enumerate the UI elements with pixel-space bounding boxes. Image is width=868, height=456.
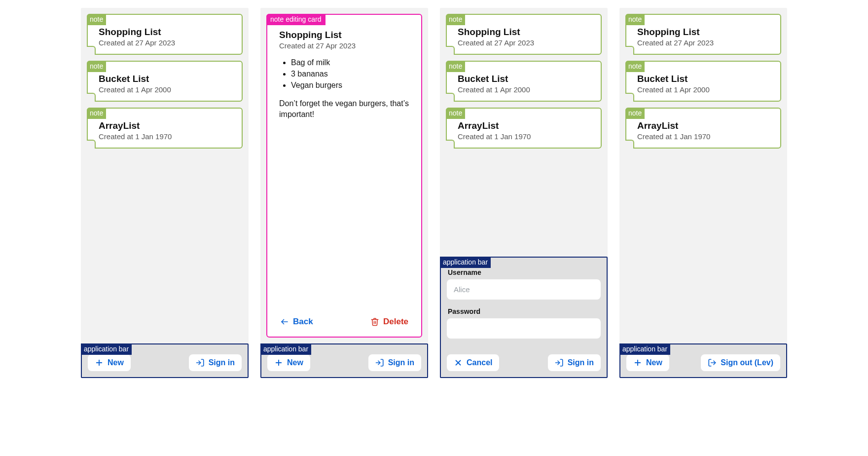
close-icon (454, 358, 463, 367)
list-item: Bag of milk (291, 57, 409, 68)
folded-corner (625, 46, 634, 55)
note-meta: Created at 1 Jan 1970 (458, 132, 590, 141)
signin-label: Sign in (388, 358, 414, 367)
editing-footnote: Don’t forget the vegan burgers, that’s i… (279, 98, 409, 120)
note-card[interactable]: note Shopping List Created at 27 Apr 202… (87, 14, 243, 55)
note-meta: Created at 27 Apr 2023 (99, 38, 231, 47)
new-label: New (108, 358, 124, 367)
folded-corner (446, 46, 455, 55)
signin-icon (555, 358, 564, 367)
arrow-left-icon (280, 317, 289, 326)
note-meta: Created at 1 Jan 1970 (99, 132, 231, 141)
note-card[interactable]: note Bucket List Created at 1 Apr 2000 (625, 61, 781, 102)
folded-corner (625, 140, 634, 149)
signout-icon (708, 358, 717, 367)
note-tag: note (446, 61, 465, 72)
editing-wrap: note editing card Shopping List Created … (260, 8, 428, 343)
note-card[interactable]: note ArrayList Created at 1 Jan 1970 (446, 108, 602, 149)
signout-button[interactable]: Sign out (Lev) (701, 354, 780, 371)
note-card[interactable]: note ArrayList Created at 1 Jan 1970 (87, 108, 243, 149)
signin-button[interactable]: Sign in (368, 354, 421, 371)
signin-label: Sign in (209, 358, 235, 367)
editing-title: Shopping List (279, 30, 409, 40)
signout-label: Sign out (Lev) (721, 358, 773, 367)
note-meta: Created at 1 Apr 2000 (99, 85, 231, 94)
password-label: Password (448, 307, 601, 315)
folded-corner (87, 140, 96, 149)
application-bar: application bar New Sign in (81, 343, 249, 378)
note-card[interactable]: note Bucket List Created at 1 Apr 2000 (446, 61, 602, 102)
screen-note-editing: note editing card Shopping List Created … (260, 8, 428, 378)
signin-button[interactable]: Sign in (189, 354, 242, 371)
back-button[interactable]: Back (279, 315, 314, 329)
signin-popover: application bar Username Password Cancel… (440, 257, 608, 378)
password-input[interactable] (447, 318, 601, 339)
note-title: Bucket List (458, 74, 590, 84)
editing-actions: Back Delete (279, 309, 409, 329)
cancel-button[interactable]: Cancel (447, 354, 499, 371)
application-bar: application bar New Sign in (260, 343, 428, 378)
note-title: Shopping List (637, 27, 769, 38)
new-label: New (646, 358, 662, 367)
screen-signin-open: note Shopping List Created at 27 Apr 202… (440, 8, 608, 378)
plus-icon (95, 358, 104, 367)
folded-corner (87, 46, 96, 55)
editing-meta: Created at 27 Apr 2023 (279, 41, 409, 50)
back-label: Back (293, 317, 313, 327)
note-tag: note (446, 14, 465, 25)
editing-body[interactable]: Bag of milk 3 bananas Vegan burgers Don’… (279, 57, 409, 120)
note-card[interactable]: note Shopping List Created at 27 Apr 202… (446, 14, 602, 55)
note-meta: Created at 1 Jan 1970 (637, 132, 769, 141)
appbar-tag: application bar (81, 343, 132, 355)
trash-icon (370, 317, 379, 326)
note-meta: Created at 27 Apr 2023 (458, 38, 590, 47)
note-title: Shopping List (99, 27, 231, 38)
new-label: New (287, 358, 303, 367)
note-card[interactable]: note Bucket List Created at 1 Apr 2000 (87, 61, 243, 102)
username-input[interactable] (447, 279, 601, 300)
username-label: Username (448, 268, 601, 276)
cancel-label: Cancel (467, 358, 492, 367)
signin-icon (196, 358, 205, 367)
notes-list: note Shopping List Created at 27 Apr 202… (440, 8, 608, 257)
new-button[interactable]: New (626, 354, 669, 371)
signin-label: Sign in (568, 358, 594, 367)
delete-label: Delete (383, 317, 408, 327)
note-title: ArrayList (458, 120, 590, 131)
note-card[interactable]: note ArrayList Created at 1 Jan 1970 (625, 108, 781, 149)
popover-actions: Cancel Sign in (447, 354, 601, 371)
screen-signed-in: note Shopping List Created at 27 Apr 202… (619, 8, 787, 378)
note-tag: note (625, 14, 645, 25)
note-title: Shopping List (458, 27, 590, 38)
plus-icon (633, 358, 642, 367)
note-editing-card[interactable]: note editing card Shopping List Created … (266, 14, 422, 338)
appbar-tag: application bar (440, 257, 491, 268)
note-meta: Created at 1 Apr 2000 (458, 85, 590, 94)
folded-corner (87, 93, 96, 102)
notes-list: note Shopping List Created at 27 Apr 202… (81, 8, 249, 343)
appbar-tag: application bar (619, 343, 670, 355)
note-tag: note (625, 108, 645, 119)
list-item: 3 bananas (291, 68, 409, 79)
delete-button[interactable]: Delete (369, 315, 409, 329)
appbar-tag: application bar (260, 343, 311, 355)
folded-corner (446, 140, 455, 149)
note-card[interactable]: note Shopping List Created at 27 Apr 202… (625, 14, 781, 55)
list-item: Vegan burgers (291, 79, 409, 91)
new-button[interactable]: New (267, 354, 310, 371)
note-tag: note (446, 108, 465, 119)
note-tag: note (87, 61, 106, 72)
signin-icon (375, 358, 384, 367)
new-button[interactable]: New (88, 354, 131, 371)
note-tag: note (625, 61, 645, 72)
note-tag: note (87, 14, 106, 25)
note-title: Bucket List (637, 74, 769, 84)
signin-button[interactable]: Sign in (548, 354, 601, 371)
note-title: Bucket List (99, 74, 231, 84)
notes-list: note Shopping List Created at 27 Apr 202… (619, 8, 787, 343)
editing-tag: note editing card (266, 14, 326, 25)
folded-corner (446, 93, 455, 102)
application-bar: application bar New Sign out (Lev) (619, 343, 787, 378)
plus-icon (274, 358, 283, 367)
note-meta: Created at 27 Apr 2023 (637, 38, 769, 47)
